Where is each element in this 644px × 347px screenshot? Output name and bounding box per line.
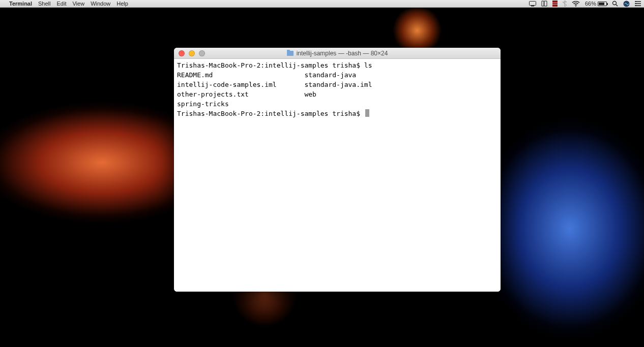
svg-point-6: [613, 2, 617, 5]
status-red-icon[interactable]: [552, 1, 558, 7]
ls-col-2: standard-java standard-java.iml web: [304, 70, 372, 109]
prompt-2: Trishas-MacBook-Pro-2:intellij-samples t…: [177, 110, 364, 117]
svg-point-13: [635, 3, 636, 4]
ls-col-1: README.md intellij-code-samples.iml othe…: [177, 70, 304, 109]
menu-view[interactable]: View: [72, 1, 84, 7]
close-button[interactable]: [179, 50, 185, 56]
svg-rect-4: [552, 4, 558, 5]
prompt-1: Trishas-MacBook-Pro-2:intellij-samples t…: [177, 61, 364, 69]
books-icon[interactable]: [541, 1, 547, 7]
menu-help[interactable]: Help: [116, 1, 128, 7]
desktop: Terminal Shell Edit View Window Help: [0, 0, 644, 347]
svg-point-5: [575, 6, 576, 7]
terminal-window[interactable]: intellij-samples — -bash — 80×24 Trishas…: [174, 48, 501, 292]
svg-rect-0: [529, 1, 536, 5]
svg-point-14: [635, 5, 636, 6]
titlebar[interactable]: intellij-samples — -bash — 80×24: [174, 48, 501, 59]
folder-icon: [287, 51, 294, 56]
terminal-content[interactable]: Trishas-MacBook-Pro-2:intellij-samples t…: [174, 59, 501, 292]
svg-line-7: [616, 5, 618, 6]
minimize-button[interactable]: [189, 50, 195, 56]
prompt-line-2: Trishas-MacBook-Pro-2:intellij-samples t…: [177, 110, 369, 117]
cursor: [365, 109, 369, 117]
zoom-button[interactable]: [199, 50, 205, 56]
wifi-icon[interactable]: [572, 1, 580, 7]
prompt-line-1: Trishas-MacBook-Pro-2:intellij-samples t…: [177, 61, 372, 69]
menu-window[interactable]: Window: [91, 1, 110, 7]
svg-rect-2: [552, 1, 558, 7]
display-icon[interactable]: [529, 1, 536, 7]
svg-rect-1: [531, 6, 534, 7]
battery-icon: [598, 2, 607, 6]
svg-point-12: [635, 1, 636, 2]
bluetooth-icon[interactable]: [563, 1, 567, 7]
menu-shell[interactable]: Shell: [38, 1, 50, 7]
menubar: Terminal Shell Edit View Window Help: [0, 0, 644, 8]
battery-percent-label: 66%: [585, 1, 596, 7]
ls-output: README.md intellij-code-samples.iml othe…: [177, 70, 497, 109]
notification-center-icon[interactable]: [635, 1, 641, 7]
window-title: intellij-samples — -bash — 80×24: [297, 50, 388, 57]
siri-icon[interactable]: [623, 1, 630, 7]
command-1: ls: [364, 61, 372, 69]
app-menu[interactable]: Terminal: [9, 1, 32, 7]
menu-edit[interactable]: Edit: [57, 1, 67, 7]
spotlight-icon[interactable]: [612, 1, 618, 7]
battery-status[interactable]: 66%: [585, 1, 607, 7]
svg-rect-3: [552, 3, 558, 3]
